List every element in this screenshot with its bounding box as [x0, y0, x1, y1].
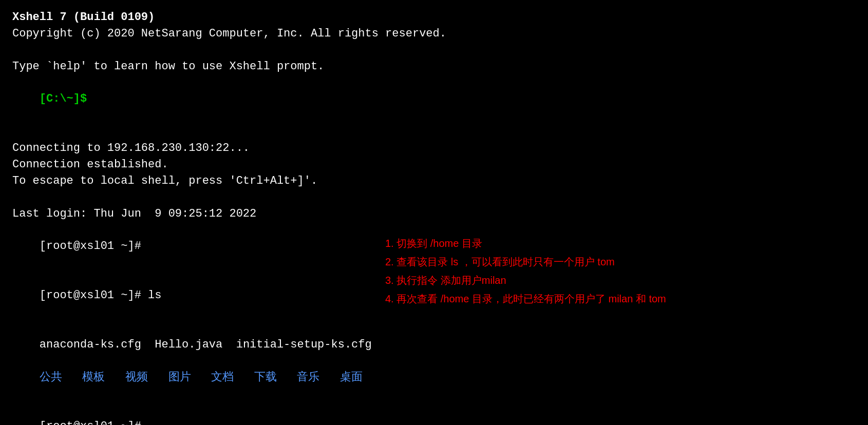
annotation-block: 1. 切换到 /home 目录 2. 查看该目录 ls ，可以看到此时只有一个用… [385, 234, 666, 308]
annotation-line-2: 2. 查看该目录 ls ，可以看到此时只有一个用户 tom [385, 253, 666, 271]
last-login: Last login: Thu Jun 9 09:25:12 2022 [12, 206, 856, 222]
conn-established: Connection established. [12, 157, 856, 173]
help-hint: Type `help' to learn how to use Xshell p… [12, 59, 856, 75]
connecting-line: Connecting to 192.168.230.130:22... [12, 140, 856, 157]
escape-hint: To escape to local shell, press 'Ctrl+Al… [12, 173, 856, 189]
terminal-window: Xshell 7 (Build 0109) Copyright (c) 2020… [0, 0, 868, 425]
prompt-cd: [root@xsl01 ~]# cd /home 1 [12, 402, 856, 425]
annotation-line-4: 4. 再次查看 /home 目录，此时已经有两个用户了 milan 和 tom [385, 289, 666, 308]
annotation-line-1: 1. 切换到 /home 目录 [385, 234, 666, 253]
copyright-line: Copyright (c) 2020 NetSarang Computer, I… [12, 26, 856, 42]
chinese-dirs: 公共 模板 视频 图片 文档 下载 音乐 桌面 [40, 371, 363, 384]
local-prompt: [C:\~]$ [12, 75, 856, 124]
ls1-output: anaconda-ks.cfg Hello.java initial-setup… [12, 320, 856, 402]
title-line: Xshell 7 (Build 0109) [12, 9, 856, 26]
annotation-line-3: 3. 执行指令 添加用户milan [385, 271, 666, 289]
